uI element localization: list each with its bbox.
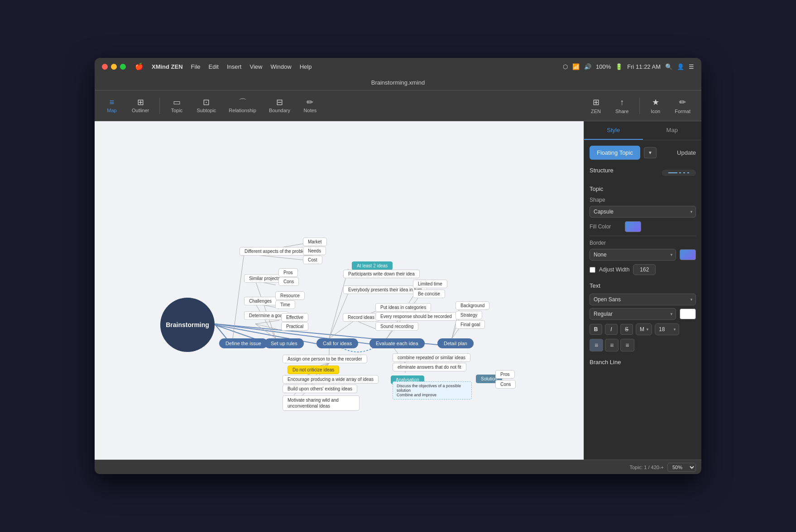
border-select[interactable]: None Solid Dashed [590, 249, 676, 261]
clock: Fri 11:22 AM [627, 63, 661, 70]
subtopic-effective[interactable]: Effective [281, 313, 308, 322]
align-center-button[interactable]: ≡ [605, 339, 619, 352]
menu-insert[interactable]: Insert [227, 63, 242, 70]
text-title: Text [590, 282, 696, 289]
panel-tabs: Style Map [584, 121, 701, 140]
subtopic-cons-1[interactable]: Cons [278, 277, 299, 286]
search-icon[interactable]: 🔍 [665, 63, 672, 70]
toolbar-relationship[interactable]: ⌒ Relationship [223, 95, 262, 116]
toolbar-subtopic[interactable]: ⊡ Subtopic [192, 95, 222, 116]
subtopic-every-response[interactable]: Every response should be recorded [375, 312, 457, 321]
subtopic-record-ideas[interactable]: Record ideas [343, 313, 379, 322]
subtopic-cons-2[interactable]: Cons [495, 380, 516, 389]
branch-setup[interactable]: Set up rules [264, 338, 304, 348]
minimize-button[interactable] [111, 64, 117, 70]
floating-topic-button[interactable]: Floating Topic [590, 146, 640, 160]
align-left-button[interactable]: ≡ [590, 339, 603, 352]
border-color-swatch[interactable] [680, 249, 696, 260]
subtopic-motivate[interactable]: Motivate sharing wild and unconventional… [283, 395, 360, 411]
adjust-width-checkbox[interactable] [590, 267, 595, 273]
branch-callfor[interactable]: Call for ideas [316, 338, 358, 348]
boundary-icon: ⊟ [276, 98, 283, 106]
subtopic-participants[interactable]: Participants write down their idea [343, 270, 420, 278]
toolbar-notes[interactable]: ✏ Notes [297, 95, 323, 116]
font-size-select[interactable]: 18 12 14 16 20 24 [655, 323, 679, 335]
toolbar-zen[interactable]: ⊞ ZEN [585, 95, 607, 117]
text-color-swatch[interactable] [680, 309, 696, 319]
central-node-text: Brainstorming [166, 321, 209, 328]
branch-evaluate[interactable]: Evaluate each idea [369, 338, 425, 348]
subtopic-pros-1[interactable]: Pros [278, 268, 298, 277]
subtopic-challenges[interactable]: Challenges [244, 297, 277, 305]
subtopic-put-ideas[interactable]: Put ideas in categories [375, 303, 431, 312]
subtopic-do-not-criticize[interactable]: Do not criticize ideas [288, 366, 339, 374]
subtopic-combine-repeated[interactable]: combine repeated or similar ideas [393, 353, 470, 362]
bold-button[interactable]: B [590, 324, 602, 335]
panel-content: Floating Topic ▼ Update Structure [584, 140, 701, 460]
strikethrough-button[interactable]: S [620, 324, 633, 335]
subtopic-assign-person[interactable]: Assign one person to be the recorder [283, 355, 367, 363]
adjust-width-input[interactable] [633, 264, 656, 275]
subtopic-strategy[interactable]: Strategy [456, 311, 482, 319]
toolbar-format[interactable]: ✏ Format [668, 95, 697, 117]
update-button[interactable]: Update [677, 149, 696, 156]
toolbar-icon-btn[interactable]: ★ Icon [644, 95, 667, 117]
subtopic-build-upon[interactable]: Build upon others' existing ideas [283, 385, 357, 393]
fill-color-swatch[interactable] [625, 221, 641, 232]
floating-topic-dropdown[interactable]: ▼ [644, 147, 657, 158]
menu-view[interactable]: View [249, 63, 262, 70]
topic-icon: ▭ [173, 98, 181, 106]
topic-info: Topic: 1 / 420-+ [629, 465, 664, 470]
zoom-select[interactable]: 50% 75% 100% 125% 150% [667, 463, 696, 472]
volume-icon: 🔊 [584, 63, 591, 70]
menu-file[interactable]: File [191, 63, 201, 70]
subtopic-final-goal[interactable]: Final goal [456, 320, 485, 329]
tab-style[interactable]: Style [584, 121, 643, 140]
note-box-analyse[interactable]: Discuss the objectives of a possible sol… [393, 381, 472, 399]
subtopic-time[interactable]: Time [275, 300, 295, 309]
subtopic-encourage[interactable]: Encourage producing a wide array of idea… [283, 375, 379, 384]
font-select[interactable]: Open Sans Helvetica Arial [590, 294, 696, 305]
menu-edit[interactable]: Edit [209, 63, 219, 70]
italic-button[interactable]: I [605, 324, 618, 335]
subtopic-pros-2[interactable]: Pros [495, 370, 515, 379]
menu-help[interactable]: Help [300, 63, 312, 70]
subtopic-sound-recording[interactable]: Sound recording [375, 322, 418, 331]
svg-line-5 [233, 254, 244, 338]
subtopic-eliminate[interactable]: eliminate answers that do not fit [393, 363, 466, 371]
border-row: None Solid Dashed [590, 249, 696, 261]
app-name[interactable]: XMind ZEN [152, 63, 183, 70]
central-node[interactable]: Brainstorming [160, 298, 215, 352]
user-icon[interactable]: 👤 [677, 63, 684, 70]
subtopic-be-concise[interactable]: Be concise [413, 290, 445, 298]
subtopic-resource[interactable]: Resource [275, 291, 305, 300]
subtopic-market[interactable]: Market [303, 238, 327, 246]
font-style-select[interactable]: Regular Bold Italic Bold Italic [590, 308, 676, 320]
subtopic-background[interactable]: Background [456, 301, 489, 310]
border-select-wrapper: None Solid Dashed [590, 249, 676, 261]
menu-window[interactable]: Window [270, 63, 291, 70]
subtopic-needs[interactable]: Needs [303, 247, 326, 255]
svg-line-18 [329, 269, 348, 338]
branch-detail[interactable]: Detail plan [437, 338, 474, 348]
subtopic-limited-time[interactable]: Limited time [413, 280, 447, 288]
outliner-icon: ⊞ [137, 98, 144, 106]
structure-display[interactable] [662, 170, 696, 176]
toolbar-share[interactable]: ↑ Share [609, 95, 635, 117]
canvas[interactable]: Brainstorming Define the issue Set up ru… [95, 121, 584, 460]
shape-select[interactable]: Capsule Rectangle Rounded Rectangle Elli… [590, 206, 696, 218]
branch-define[interactable]: Define the issue [219, 338, 268, 348]
align-right-button[interactable]: ≡ [620, 339, 634, 352]
subtopic-practical[interactable]: Practical [281, 322, 308, 331]
tab-map[interactable]: Map [643, 121, 702, 140]
toolbar-outliner[interactable]: ⊞ Outliner [126, 95, 155, 116]
toolbar-topic[interactable]: ▭ Topic [164, 95, 190, 116]
tag-at-least[interactable]: At least 2 ideas [352, 261, 393, 270]
subtopic-cost[interactable]: Cost [303, 256, 322, 264]
menu-icon[interactable]: ☰ [689, 63, 694, 70]
m-select[interactable]: M [636, 323, 652, 335]
maximize-button[interactable] [120, 64, 126, 70]
toolbar-map[interactable]: ≡ Map [99, 95, 125, 116]
close-button[interactable] [102, 64, 108, 70]
toolbar-boundary[interactable]: ⊟ Boundary [264, 95, 296, 116]
